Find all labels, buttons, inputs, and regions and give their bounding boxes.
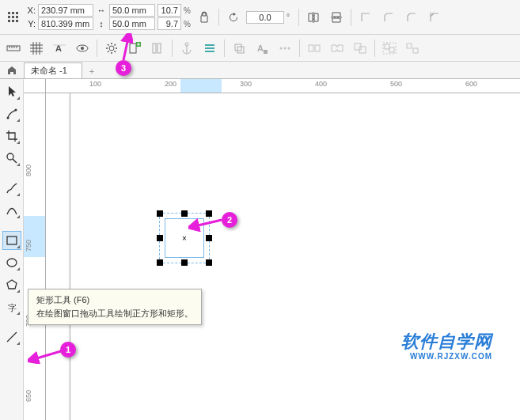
corner-2-icon[interactable] [378, 7, 399, 28]
svg-point-25 [81, 47, 84, 50]
corner-4-icon[interactable] [424, 7, 445, 28]
resize-handle-bm[interactable] [181, 259, 188, 266]
rectangle-tool[interactable] [2, 231, 21, 250]
svg-point-51 [284, 47, 287, 49]
view-mode-icon[interactable] [72, 38, 93, 59]
artistic-media-tool[interactable] [2, 201, 21, 220]
svg-line-32 [115, 51, 116, 52]
freehand-tool[interactable] [2, 179, 21, 198]
size-group: ↔ 50.0 mm ↕ 50.0 mm [96, 4, 155, 30]
svg-rect-2 [16, 12, 18, 14]
svg-point-26 [109, 46, 114, 51]
corner-3-icon[interactable] [401, 7, 422, 28]
document-tabs: 未命名 -1 + [0, 62, 520, 79]
combine-icon[interactable] [304, 38, 325, 59]
watermark-url: WWW.RJZXW.COM [401, 352, 492, 361]
crop-tool[interactable] [2, 127, 21, 146]
vertical-ruler[interactable]: 800 750 700 650 [24, 93, 46, 420]
svg-rect-49 [264, 50, 268, 54]
resize-handle-ml[interactable] [157, 235, 163, 241]
property-bar: X: 230.97 mm Y: 810.399 mm ↔ 50.0 mm ↕ 5… [0, 0, 520, 35]
svg-rect-61 [413, 48, 418, 53]
origin-grid-icon[interactable] [3, 7, 24, 28]
ungroup-icon[interactable] [402, 38, 423, 59]
scale-y-input[interactable]: 9.7 [158, 17, 181, 30]
shape-tool[interactable] [2, 104, 21, 123]
resize-handle-tl[interactable] [157, 210, 163, 217]
group-icon[interactable] [379, 38, 400, 59]
canvas-area: 100 200 300 400 500 600 800 750 700 650 … [24, 79, 520, 420]
svg-point-63 [14, 109, 17, 112]
resize-handle-mr[interactable] [206, 235, 212, 241]
rotation-input[interactable]: 0.0 [246, 11, 284, 24]
percent-label: % [184, 20, 192, 28]
text-fill-icon[interactable]: A [252, 38, 272, 59]
width-input[interactable]: 50.0 mm [109, 4, 155, 17]
ruler-corner[interactable] [24, 79, 46, 93]
ellipse-tool[interactable] [2, 253, 21, 272]
svg-marker-68 [7, 280, 17, 289]
add-tab-button[interactable]: + [84, 64, 100, 78]
mirror-v-button[interactable] [326, 7, 347, 28]
percent-label: % [184, 6, 192, 15]
ruler-settings-icon[interactable] [3, 38, 24, 59]
page-border [70, 93, 520, 420]
weld-icon[interactable] [327, 38, 347, 59]
columns-icon[interactable] [147, 38, 168, 59]
svg-point-41 [185, 43, 188, 46]
svg-point-64 [7, 153, 13, 160]
svg-text:字: 字 [8, 303, 17, 312]
annotation-badge-1: 1 [60, 342, 76, 358]
home-icon[interactable] [5, 63, 19, 78]
svg-rect-8 [16, 20, 18, 22]
y-position-input[interactable]: 810.399 mm [38, 17, 93, 30]
anchor-icon[interactable] [176, 38, 197, 59]
corner-1-icon[interactable] [355, 7, 376, 28]
svg-rect-6 [8, 20, 10, 22]
svg-rect-60 [407, 44, 412, 48]
lock-ratio-button[interactable] [194, 7, 214, 28]
overflow-icon[interactable] [275, 38, 295, 59]
zoom-tool[interactable] [2, 149, 21, 168]
pick-tool[interactable] [2, 82, 21, 101]
scale-x-input[interactable]: 10.7 [158, 4, 181, 17]
svg-rect-11 [7, 46, 20, 51]
svg-rect-45 [205, 51, 214, 52]
svg-rect-58 [389, 47, 394, 52]
tool-tooltip: 矩形工具 (F6) 在绘图窗口拖动工具绘制正方形和矩形。 [28, 289, 202, 325]
svg-rect-57 [385, 44, 389, 49]
grid-icon[interactable] [26, 38, 47, 59]
svg-point-52 [288, 47, 290, 49]
resize-handle-br[interactable] [206, 259, 212, 266]
mirror-h-button[interactable] [303, 7, 324, 28]
x-position-input[interactable]: 230.97 mm [38, 4, 93, 17]
svg-rect-39 [153, 44, 156, 53]
watermark: 软件自学网 WWW.RJZXW.COM [401, 330, 492, 361]
toolbox: 字 [0, 79, 24, 420]
resize-handle-bl[interactable] [157, 259, 163, 266]
polygon-tool[interactable] [2, 275, 21, 294]
svg-rect-0 [8, 12, 10, 14]
align-justify-icon[interactable] [199, 38, 220, 59]
line-tool[interactable] [2, 327, 21, 346]
rotate-icon[interactable] [223, 7, 244, 28]
text-tool[interactable]: 字 [2, 297, 21, 316]
height-input[interactable]: 50.0 mm [109, 17, 155, 30]
svg-line-72 [195, 220, 222, 226]
text-grid-icon[interactable]: A [49, 38, 70, 59]
svg-rect-7 [12, 20, 14, 22]
annotation-badge-3: 3 [116, 60, 131, 76]
tab-document-1[interactable]: 未命名 -1 [24, 62, 82, 78]
svg-rect-1 [12, 12, 14, 14]
scale-group: 10.7 % 9.7 % [158, 4, 192, 30]
svg-line-34 [115, 44, 116, 46]
y-label: Y: [26, 19, 36, 28]
height-icon: ↕ [96, 19, 107, 28]
resize-handle-tm[interactable] [181, 210, 188, 217]
drawing-canvas[interactable]: × [46, 93, 520, 420]
trim-icon[interactable] [350, 38, 370, 59]
svg-point-67 [7, 259, 17, 267]
horizontal-ruler[interactable]: 100 200 300 400 500 600 [46, 79, 520, 93]
object-order-icon[interactable] [229, 38, 249, 59]
position-group: X: 230.97 mm Y: 810.399 mm [26, 4, 93, 30]
